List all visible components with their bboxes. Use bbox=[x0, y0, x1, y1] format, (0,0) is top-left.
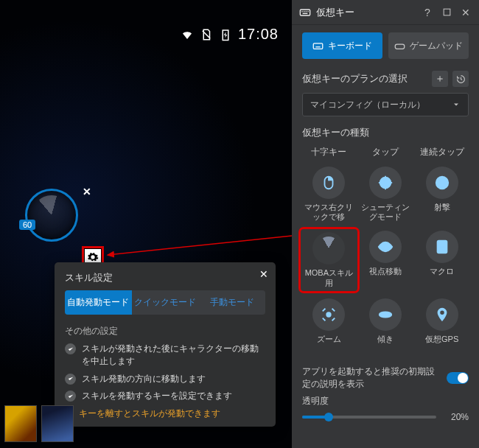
clock: 17:08 bbox=[238, 26, 279, 43]
gamepad-icon bbox=[394, 41, 405, 52]
radar-icon bbox=[312, 232, 345, 265]
checkbox-checked-icon bbox=[65, 374, 76, 385]
option-label: スキルを発動するキーを設定できます bbox=[82, 390, 232, 402]
avatar-thumbnail[interactable] bbox=[41, 405, 74, 442]
sim-icon bbox=[200, 28, 213, 41]
opacity-slider[interactable] bbox=[302, 416, 436, 419]
ctl-tilt[interactable]: 傾き bbox=[359, 298, 413, 354]
keyboard-icon bbox=[312, 41, 324, 52]
window-icon bbox=[442, 7, 452, 17]
popup-title: スキル設定 bbox=[65, 271, 265, 284]
cat-multitap[interactable]: 連続タップ bbox=[415, 145, 469, 159]
gear-icon bbox=[87, 251, 99, 263]
add-plan-button[interactable]: ＋ bbox=[432, 71, 448, 87]
ctl-macro[interactable]: マクロ bbox=[415, 231, 469, 289]
expand-button[interactable] bbox=[441, 7, 452, 18]
keyboard-icon bbox=[299, 7, 311, 18]
hint-text: キーを離すとスキルが発動できます bbox=[79, 408, 220, 419]
joystick-remove-icon[interactable]: ✕ bbox=[83, 186, 91, 197]
tilt-icon bbox=[377, 307, 394, 323]
avatar-thumbnail[interactable] bbox=[4, 405, 37, 442]
svg-point-21 bbox=[383, 245, 388, 250]
panel-title: 仮想キー bbox=[316, 6, 354, 19]
target-icon bbox=[434, 175, 450, 191]
ctl-zoom[interactable]: ズーム bbox=[302, 298, 356, 354]
chevron-down-icon bbox=[452, 100, 461, 109]
key-type-categories: 十字キー タップ 連続タップ bbox=[302, 145, 469, 159]
tab-gamepad[interactable]: ゲームパッド bbox=[388, 32, 469, 59]
tab-label: ゲームパッド bbox=[410, 40, 463, 52]
ctl-view-move[interactable]: 視点移動 bbox=[359, 231, 413, 289]
svg-point-27 bbox=[380, 312, 392, 317]
help-button[interactable]: ? bbox=[422, 7, 433, 18]
svg-rect-7 bbox=[304, 11, 304, 12]
close-panel-button[interactable]: ✕ bbox=[460, 7, 472, 18]
svg-rect-12 bbox=[313, 43, 323, 49]
checkbox-checked-icon bbox=[65, 391, 76, 402]
joystick-ring[interactable] bbox=[25, 189, 78, 242]
ctl-shooting[interactable]: シューティングモード bbox=[359, 167, 413, 222]
skill-settings-popup: ✕ スキル設定 自動発動モード クイックモード 手動モード その他の設定 スキル… bbox=[55, 262, 276, 427]
ctl-shoot[interactable]: 射撃 bbox=[415, 167, 469, 222]
mode-manual[interactable]: 手動モード bbox=[198, 290, 265, 315]
joystick-badge: 60 bbox=[19, 220, 35, 230]
ctl-label: 傾き bbox=[377, 335, 394, 354]
svg-rect-9 bbox=[307, 11, 308, 12]
location-icon bbox=[434, 307, 450, 323]
startup-hint-toggle[interactable] bbox=[447, 372, 469, 384]
svg-rect-11 bbox=[444, 9, 450, 15]
cat-cross[interactable]: 十字キー bbox=[302, 145, 356, 159]
wifi-icon bbox=[181, 28, 194, 41]
option-move-direction[interactable]: スキル発動の方向に移動します bbox=[65, 373, 265, 385]
emulator-screen: 17:08 ✕ 60 ✕ スキル設定 自動発動モード クイックモード 手動モード… bbox=[0, 0, 292, 448]
ctl-label: マウス右クリックで移 bbox=[302, 203, 356, 222]
ctl-label: マクロ bbox=[430, 267, 454, 286]
svg-rect-5 bbox=[300, 10, 310, 15]
battery-charging-icon bbox=[219, 28, 232, 41]
history-plan-button[interactable] bbox=[452, 71, 469, 87]
ctl-label: 射撃 bbox=[434, 203, 450, 222]
option-label: スキルが発動された後にキャラクターの移動を中止します bbox=[82, 343, 265, 368]
types-label: 仮想キーの種類 bbox=[302, 127, 369, 139]
virtual-key-panel: 仮想キー ? ✕ キーボード ゲームパッド 仮想キーのプランの選択 ＋ マイコン… bbox=[292, 0, 479, 448]
plan-select[interactable]: マイコンフィグ（ローカル） bbox=[302, 93, 469, 116]
input-type-tabs: キーボード ゲームパッド bbox=[302, 32, 469, 59]
svg-rect-8 bbox=[306, 11, 307, 12]
mouse-icon bbox=[321, 175, 337, 191]
phone-statusbar: 17:08 bbox=[181, 26, 279, 43]
ctl-label: MOBAスキル用 bbox=[304, 268, 354, 287]
plan-label: 仮想キーのプランの選択 bbox=[302, 73, 408, 85]
option-stop-movement[interactable]: スキルが発動された後にキャラクターの移動を中止します bbox=[65, 343, 265, 368]
opacity-value: 20% bbox=[444, 412, 469, 422]
svg-point-15 bbox=[383, 181, 388, 185]
eye-icon bbox=[377, 239, 394, 255]
script-icon bbox=[434, 239, 450, 255]
zoom-icon bbox=[321, 307, 337, 323]
ctl-mouse-right[interactable]: マウス右クリックで移 bbox=[302, 167, 356, 222]
ctl-moba-skill[interactable]: MOBAスキル用 bbox=[302, 231, 356, 289]
history-icon bbox=[456, 74, 466, 84]
other-settings-title: その他の設定 bbox=[65, 325, 265, 337]
svg-rect-13 bbox=[315, 46, 320, 47]
release-key-hint: キーを離すとスキルが発動できます bbox=[65, 408, 265, 419]
mode-quick[interactable]: クイックモード bbox=[132, 290, 199, 315]
checkbox-checked-icon bbox=[65, 343, 76, 354]
cat-tap[interactable]: タップ bbox=[359, 145, 413, 159]
svg-point-26 bbox=[327, 312, 332, 317]
tab-keyboard[interactable]: キーボード bbox=[302, 32, 382, 59]
ctl-gps[interactable]: 仮想GPS bbox=[415, 298, 469, 354]
panel-header: 仮想キー ? ✕ bbox=[292, 0, 479, 25]
virtual-joystick[interactable]: ✕ 60 bbox=[25, 189, 84, 248]
ctl-label: 視点移動 bbox=[369, 267, 402, 286]
mode-auto[interactable]: 自動発動モード bbox=[65, 290, 132, 315]
svg-line-0 bbox=[108, 236, 292, 255]
tab-label: キーボード bbox=[328, 40, 372, 52]
ctl-label: 仮想GPS bbox=[425, 335, 458, 354]
option-label: スキル発動の方向に移動します bbox=[82, 373, 206, 385]
ctl-label: シューティングモード bbox=[359, 203, 413, 222]
popup-close-button[interactable]: ✕ bbox=[259, 268, 268, 280]
option-set-key[interactable]: スキルを発動するキーを設定できます bbox=[65, 390, 265, 402]
startup-hint: アプリを起動すると推奨の初期設定の説明を表示 bbox=[302, 365, 441, 391]
svg-rect-10 bbox=[303, 13, 308, 13]
svg-rect-6 bbox=[301, 11, 302, 12]
